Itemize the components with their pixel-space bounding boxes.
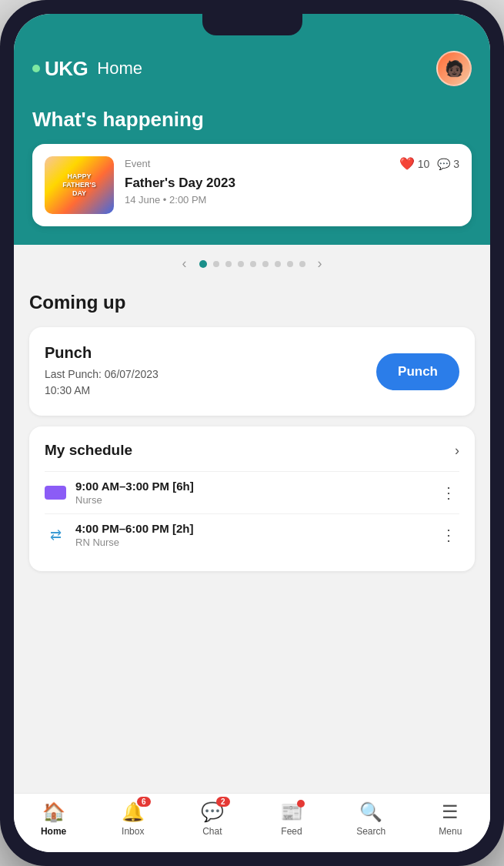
chat-badge: 2	[216, 797, 230, 807]
nav-home[interactable]: 🏠 Home	[31, 801, 77, 837]
carousel-dot-3[interactable]	[225, 261, 232, 267]
carousel-dot-7[interactable]	[275, 261, 281, 267]
carousel-dot-8[interactable]	[287, 261, 293, 267]
notch	[202, 14, 302, 35]
carousel-prev-arrow[interactable]: ‹	[176, 256, 193, 272]
header-left: UKG Home	[32, 57, 142, 81]
schedule-more-arrow[interactable]: ›	[455, 443, 459, 459]
inbox-badge: 6	[137, 797, 151, 807]
nav-chat[interactable]: 💬 2 Chat	[189, 801, 235, 837]
swap-icon: ⇄	[50, 527, 62, 543]
like-reaction[interactable]: ❤️ 10	[399, 156, 430, 171]
bottom-nav: 🏠 Home 🔔 6 Inbox 💬 2 Chat �	[14, 793, 490, 852]
schedule-item-content-1: 9:00 AM–3:00 PM [6h] Nurse	[75, 480, 429, 506]
comment-count: 3	[453, 158, 459, 170]
nav-inbox-icon-wrap: 🔔 6	[122, 801, 145, 823]
event-card[interactable]: HAPPY FATHER'S DAY Event ❤️ 10 💬 3	[32, 144, 472, 226]
schedule-header: My schedule ›	[45, 442, 459, 459]
feed-badge: ​	[297, 800, 305, 807]
nav-feed-label: Feed	[281, 826, 302, 837]
home-icon: 🏠	[42, 801, 65, 822]
search-icon: 🔍	[359, 801, 382, 822]
heart-icon: ❤️	[399, 156, 415, 171]
schedule-card: My schedule › 9:00 AM–3:00 PM [6h] Nurse…	[29, 426, 475, 571]
schedule-item-menu-2[interactable]: ⋮	[438, 523, 459, 547]
punch-last-punch: Last Punch: 06/07/2023 10:30 AM	[45, 366, 159, 399]
punch-button[interactable]: Punch	[376, 353, 459, 390]
header-title: Home	[97, 59, 142, 79]
schedule-item-content-2: 4:00 PM–6:00 PM [2h] RN Nurse	[75, 522, 429, 548]
event-reactions: ❤️ 10 💬 3	[399, 156, 459, 171]
event-date: 14 June • 2:00 PM	[125, 194, 459, 206]
nav-menu-icon-wrap: ☰	[442, 801, 459, 823]
schedule-color-bar-2: ⇄	[45, 528, 66, 542]
event-content: Event ❤️ 10 💬 3 Father's Day	[125, 156, 459, 206]
phone-frame: UKG Home 🧑🏿 What's happening HAPPY FATHE…	[0, 0, 504, 866]
ukg-brand: UKG	[45, 57, 88, 81]
nav-menu-label: Menu	[439, 826, 462, 837]
schedule-item-2: ⇄ 4:00 PM–6:00 PM [2h] RN Nurse ⋮	[45, 513, 459, 556]
nav-home-label: Home	[41, 826, 66, 837]
schedule-item-menu-1[interactable]: ⋮	[438, 480, 459, 505]
nav-menu[interactable]: ☰ Menu	[427, 801, 473, 837]
event-meta-row: Event ❤️ 10 💬 3	[125, 156, 459, 171]
event-image-text: HAPPY FATHER'S DAY	[59, 169, 98, 200]
carousel-dot-4[interactable]	[238, 261, 244, 267]
carousel-dot-1[interactable]	[199, 260, 207, 268]
phone-inner: UKG Home 🧑🏿 What's happening HAPPY FATHE…	[14, 14, 490, 852]
carousel-dot-9[interactable]	[299, 261, 305, 267]
nav-chat-label: Chat	[202, 826, 222, 837]
ukg-logo: UKG	[32, 57, 88, 81]
menu-icon: ☰	[442, 801, 459, 822]
punch-info: Punch Last Punch: 06/07/2023 10:30 AM	[45, 344, 159, 399]
nav-chat-icon-wrap: 💬 2	[201, 801, 224, 823]
punch-card: Punch Last Punch: 06/07/2023 10:30 AM Pu…	[29, 327, 475, 416]
coming-up-heading: Coming up	[29, 292, 475, 313]
carousel-dot-6[interactable]	[262, 261, 269, 267]
schedule-role-1: Nurse	[75, 494, 429, 506]
comment-icon: 💬	[437, 158, 450, 170]
schedule-time-1: 9:00 AM–3:00 PM [6h]	[75, 480, 429, 493]
comment-reaction[interactable]: 💬 3	[437, 158, 459, 170]
nav-inbox[interactable]: 🔔 6 Inbox	[110, 801, 156, 837]
schedule-role-2: RN Nurse	[75, 537, 429, 548]
like-count: 10	[418, 158, 430, 170]
event-image: HAPPY FATHER'S DAY	[45, 156, 114, 214]
nav-feed[interactable]: 📰 ​ Feed	[269, 801, 315, 837]
event-title: Father's Day 2023	[125, 176, 459, 191]
avatar[interactable]: 🧑🏿	[436, 51, 472, 86]
nav-search-label: Search	[356, 826, 386, 837]
schedule-title: My schedule	[45, 442, 132, 459]
nav-home-icon-wrap: 🏠	[42, 801, 65, 823]
punch-title: Punch	[45, 344, 159, 362]
nav-feed-icon-wrap: 📰 ​	[280, 801, 303, 823]
carousel-dot-5[interactable]	[250, 261, 256, 267]
whats-happening-section: What's happening HAPPY FATHER'S DAY Even…	[14, 102, 490, 245]
nav-search[interactable]: 🔍 Search	[348, 801, 394, 837]
ukg-dot-icon	[32, 65, 40, 72]
schedule-time-2: 4:00 PM–6:00 PM [2h]	[75, 522, 429, 535]
event-label: Event	[125, 158, 150, 169]
section-heading: What's happening	[32, 108, 472, 132]
main-content: Coming up Punch Last Punch: 06/07/2023 1…	[14, 279, 490, 793]
nav-search-icon-wrap: 🔍	[359, 801, 382, 823]
schedule-color-bar-1	[45, 486, 66, 500]
nav-inbox-label: Inbox	[122, 826, 144, 837]
carousel-next-arrow[interactable]: ›	[312, 256, 329, 272]
schedule-item-1: 9:00 AM–3:00 PM [6h] Nurse ⋮	[45, 471, 459, 513]
carousel-nav: ‹ ›	[14, 245, 490, 279]
carousel-dot-2[interactable]	[213, 261, 219, 267]
